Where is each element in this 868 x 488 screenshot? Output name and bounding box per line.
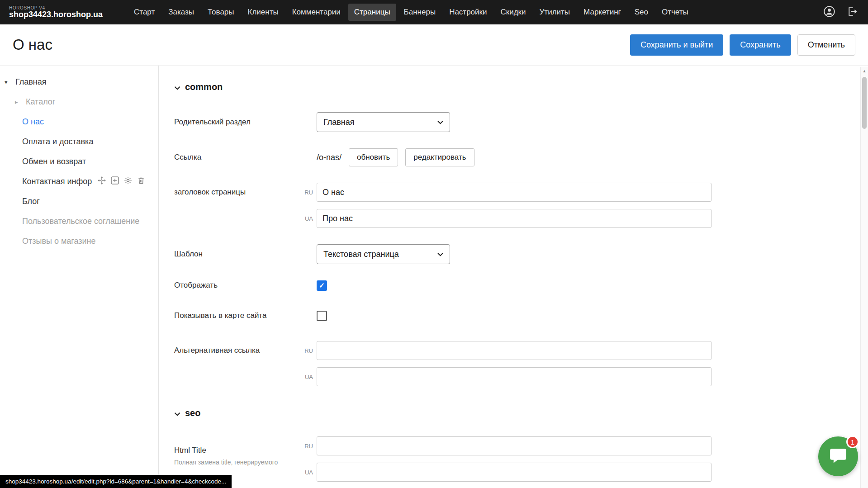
menu-item-settings[interactable]: Настройки [443,4,493,21]
edit-link-button[interactable]: редактировать [405,148,474,166]
tree-item-label: Контактная инфор [22,177,92,186]
html-title-label: Html Title [174,441,302,455]
move-icon [98,176,106,187]
lang-ua-badge: UA [302,215,317,222]
alt-link-ua-input[interactable] [317,367,711,386]
chevron-right-icon[interactable]: ▸ [15,99,26,105]
html-title-ru-input[interactable] [317,436,711,455]
tree-item-blog[interactable]: Блог [0,191,158,211]
tree-item-label: Блог [22,197,40,206]
parent-section-select[interactable]: Главная [317,112,450,132]
menu-item-orders[interactable]: Заказы [162,4,200,21]
tree-item-label: Пользовательское соглашение [22,217,139,226]
template-select[interactable]: Текстовая страница [317,244,450,264]
tree-item-user-agreement[interactable]: Пользовательское соглашение [0,211,158,231]
logout-icon [846,6,858,19]
menu-item-products[interactable]: Товары [202,4,240,21]
section-seo-toggle[interactable]: seo [174,408,200,418]
menu-item-reports[interactable]: Отчеты [656,4,694,21]
menu-item-comments[interactable]: Комментарии [286,4,346,21]
menu-item-seo[interactable]: Seo [629,4,654,21]
scrollbar-thumb[interactable] [862,77,867,129]
update-link-button[interactable]: обновить [349,148,398,166]
page-edit-form: common Родительский раздел Главная Ссылк… [159,66,868,488]
html-title-ua-input[interactable] [317,463,711,482]
chevron-down-icon [437,120,443,124]
menu-item-discounts[interactable]: Скидки [494,4,531,21]
menu-item-marketing[interactable]: Маркетинг [578,4,627,21]
gear-icon [124,176,132,187]
lang-ua-badge: UA [302,374,317,380]
status-link-preview: shop34423.horoshop.ua/edit/edit.php?id=6… [0,475,232,488]
display-checkbox[interactable]: ✓ [317,280,327,291]
tree-item-payment-delivery[interactable]: Оплата и доставка [0,132,158,152]
main-menu: Старт Заказы Товары Клиенты Комментарии … [128,4,694,21]
save-and-exit-button[interactable]: Сохранить и выйти [630,34,723,56]
tree-item-label: Главная [15,77,47,87]
plus-square-icon [111,176,119,187]
chevron-down-icon[interactable]: ▾ [5,79,15,85]
chat-widget-button[interactable]: 1 [818,436,858,476]
page-title-ru-input[interactable] [317,183,711,202]
tree-item-contact-info[interactable]: Контактная инфор [0,171,158,191]
top-navigation-bar: HOROSHOP V4 shop34423.horoshop.ua Старт … [0,0,868,24]
tree-item-about[interactable]: О нас [0,112,158,132]
lang-ru-badge: RU [302,347,317,354]
menu-item-start[interactable]: Старт [128,4,161,21]
alt-link-label: Альтернативная ссылка [174,341,302,355]
section-seo-title: seo [185,408,200,418]
page-title-ua-input[interactable] [317,209,711,228]
sitemap-checkbox[interactable] [317,311,327,321]
link-label: Ссылка [174,152,302,162]
section-common-toggle[interactable]: common [174,82,223,92]
tree-item-label: Отзывы о магазине [22,237,96,246]
sitemap-label: Показывать в карте сайта [174,311,302,321]
tree-item-label: О нас [22,117,44,127]
pages-tree-sidebar: ▾ Главная ▸ Каталог О нас Оплата и доста… [0,66,159,488]
page-title: О нас [13,36,52,53]
tree-item-label: Обмен и возврат [22,157,86,166]
parent-section-label: Родительский раздел [174,117,302,127]
delete-page-button[interactable] [137,177,146,186]
scroll-up-arrow[interactable]: ▲ [861,67,868,73]
save-button[interactable]: Сохранить [730,34,791,56]
display-label: Отображать [174,280,302,290]
brand-domain: shop34423.horoshop.ua [9,10,103,19]
alt-link-ru-input[interactable] [317,341,711,360]
page-settings-button[interactable] [123,177,133,186]
tree-item-label: Каталог [26,97,55,107]
parent-section-value: Главная [323,118,355,127]
cancel-button[interactable]: Отменить [797,34,855,56]
lang-ua-badge: UA [302,469,317,476]
section-common-title: common [185,82,223,92]
logout-button[interactable] [844,5,859,19]
vertical-scrollbar[interactable]: ▲ [860,67,868,488]
chat-bubble-icon [829,446,848,467]
move-item-button[interactable] [97,177,106,186]
menu-item-pages[interactable]: Страницы [348,4,396,21]
chevron-down-icon [174,82,180,92]
html-title-hint: Полная замена title, генерируемого [174,458,302,466]
page-header: О нас Сохранить и выйти Сохранить Отмени… [0,24,868,65]
tree-item-exchange-return[interactable]: Обмен и возврат [0,152,158,171]
lang-ru-badge: RU [302,443,317,450]
template-label: Шаблон [174,249,302,259]
menu-item-utilities[interactable]: Утилиты [534,4,576,21]
tree-item-label: Оплата и доставка [22,137,93,147]
user-menu-button[interactable] [822,5,836,19]
chevron-down-icon [437,252,443,256]
menu-item-clients[interactable]: Клиенты [242,4,285,21]
tree-item-catalog[interactable]: ▸ Каталог [0,92,158,112]
page-title-label: заголовок страницы [174,183,302,197]
tree-item-root[interactable]: ▾ Главная [0,72,158,92]
lang-ru-badge: RU [302,189,317,196]
chevron-down-icon [174,408,180,418]
tree-item-store-reviews[interactable]: Отзывы о магазине [0,231,158,251]
menu-item-banners[interactable]: Баннеры [398,4,442,21]
add-subpage-button[interactable] [110,177,119,186]
trash-icon [137,176,145,187]
chat-unread-badge: 1 [846,436,859,448]
user-icon [823,5,835,19]
brand[interactable]: HOROSHOP V4 shop34423.horoshop.ua [9,5,103,19]
brand-version: HOROSHOP V4 [9,5,103,10]
